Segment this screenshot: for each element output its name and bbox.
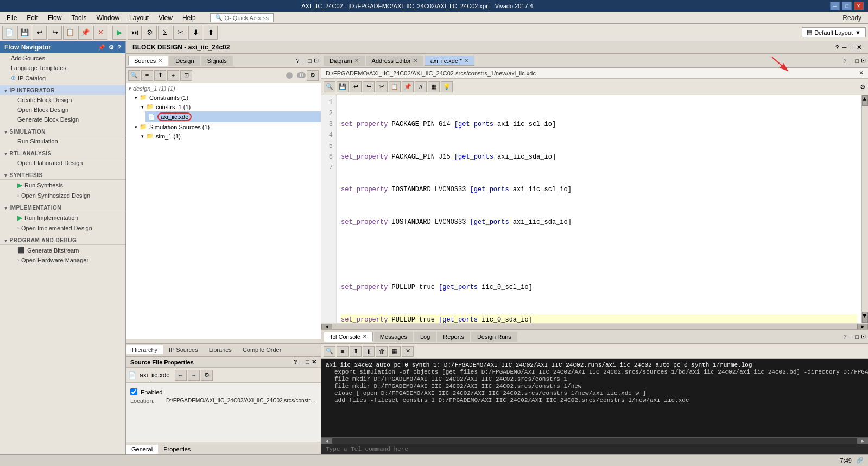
editor-redo-button[interactable]: ↪ — [363, 81, 375, 92]
editor-table-button[interactable]: ▦ — [428, 81, 440, 92]
nav-item-generate-block-design[interactable]: Generate Block Design — [0, 115, 125, 124]
nav-item-open-hardware-manager[interactable]: › Open Hardware Manager — [0, 255, 125, 265]
collapse-arrow-synthesis[interactable]: ▾ — [4, 173, 8, 178]
nav-item-open-elaborated-design[interactable]: Open Elaborated Design — [0, 158, 125, 168]
console-output[interactable]: axi_iic_24c02_auto_pc_0_synth_1: D:/FPGA… — [321, 359, 868, 437]
collapse-arrow-implementation[interactable]: ▾ — [4, 205, 8, 211]
props-minimize-icon[interactable]: ─ — [300, 358, 304, 366]
editor-undo-button[interactable]: ↩ — [350, 81, 362, 92]
copy-button[interactable]: 📋 — [63, 26, 77, 40]
close-tcl-tab-icon[interactable]: ✕ — [363, 333, 367, 339]
editor-tab-address-editor[interactable]: Address Editor ✕ — [366, 56, 423, 66]
tree-item-simulation-sources[interactable]: ▾ 📁 Simulation Sources (1) — [132, 122, 321, 131]
minimize-button[interactable]: ─ — [830, 2, 840, 10]
console-filter-button[interactable]: ≡ — [337, 346, 349, 357]
run-button[interactable]: ▶ — [112, 26, 126, 40]
save-button[interactable]: 💾 — [17, 26, 31, 40]
menu-tools[interactable]: Tools — [67, 13, 91, 23]
editor-minimize-icon[interactable]: ─ — [849, 58, 853, 64]
code-editor[interactable]: 1 2 3 4 5 6 7 set_property PACKAGE_PIN G… — [321, 95, 868, 323]
console-horizontal-scrollbar[interactable]: ◂ ▸ — [321, 437, 868, 444]
sources-settings-button[interactable]: ⚙ — [307, 70, 319, 81]
refresh-sources-button[interactable]: ⊡ — [180, 70, 192, 81]
maximize-button[interactable]: □ — [842, 2, 852, 10]
console-tab-design-runs[interactable]: Design Runs — [471, 332, 517, 342]
question-nav-icon[interactable]: ? — [117, 44, 121, 51]
tcl-command-input[interactable] — [326, 446, 864, 452]
close-button[interactable]: ✕ — [854, 2, 864, 10]
console-scroll-right[interactable]: ▸ — [857, 438, 868, 444]
close-path-icon[interactable]: ✕ — [859, 70, 864, 77]
flow-nav-scroll[interactable]: Add Sources Language Templates ⊕ IP Cata… — [0, 53, 125, 454]
collapse-arrow-simulation[interactable]: ▾ — [4, 129, 8, 135]
menu-file[interactable]: File — [2, 13, 21, 23]
menu-help[interactable]: Help — [178, 13, 200, 23]
props-sub-tab-general[interactable]: General — [126, 445, 158, 454]
expand-sim-icon[interactable]: ▾ — [135, 124, 137, 130]
nav-item-create-block-design[interactable]: Create Block Design — [0, 95, 125, 105]
nav-item-open-block-design[interactable]: Open Block Design — [0, 105, 125, 115]
editor-tab-axi-iic-xdc[interactable]: axi_iic.xdc * ✕ — [425, 56, 474, 66]
editor-maximize-icon[interactable]: □ — [855, 58, 859, 64]
box-icon[interactable]: □ — [308, 58, 312, 64]
props-close-icon[interactable]: ✕ — [312, 358, 316, 366]
pin-icon[interactable]: 📌 — [98, 44, 105, 51]
question-icon[interactable]: ? — [296, 58, 299, 64]
minimize-panel-icon[interactable]: ─ — [842, 44, 847, 51]
nav-item-run-simulation[interactable]: Run Simulation — [0, 136, 125, 146]
console-delete-button[interactable]: 🗑 — [376, 346, 388, 357]
paste-button[interactable]: 📌 — [78, 26, 92, 40]
tree-item-sim-1[interactable]: ▾ 📁 sim_1 (1) — [139, 131, 321, 141]
sub-tab-compile-order[interactable]: Compile Order — [237, 345, 287, 354]
console-tab-tcl[interactable]: Tcl Console ✕ — [324, 332, 373, 342]
editor-expand-icon[interactable]: ⊡ — [861, 57, 866, 64]
console-trash-button[interactable]: ✕ — [402, 346, 414, 357]
console-table-button[interactable]: ▦ — [389, 346, 401, 357]
editor-comment-button[interactable]: // — [415, 81, 427, 92]
new-file-button[interactable]: 📄 — [2, 26, 16, 40]
redo-button[interactable]: ↪ — [48, 26, 62, 40]
editor-cut-button[interactable]: ✂ — [376, 81, 388, 92]
props-forward-button[interactable]: → — [188, 370, 200, 381]
sources-tree[interactable]: ▾ design_1 (1) (1) ▾ 📁 Constraints (1) ▾… — [126, 83, 321, 339]
tab-signals[interactable]: Signals — [201, 56, 233, 66]
close-xdc-tab-icon[interactable]: ✕ — [464, 58, 468, 64]
filter-sources-button[interactable]: ≡ — [141, 70, 153, 81]
editor-search-button[interactable]: 🔍 — [324, 81, 335, 92]
editor-vertical-scrollbar[interactable]: ▲ ▼ — [861, 95, 868, 323]
search-sources-button[interactable]: 🔍 — [128, 70, 140, 81]
console-question-icon[interactable]: ? — [843, 333, 846, 340]
sub-tab-ip-sources[interactable]: IP Sources — [163, 345, 204, 354]
editor-copy-button[interactable]: 📋 — [389, 81, 401, 92]
editor-tab-diagram[interactable]: Diagram ✕ — [324, 56, 365, 66]
settings-button[interactable]: ⚙ — [143, 26, 157, 40]
nav-item-language-templates[interactable]: Language Templates — [0, 63, 125, 73]
editor-horizontal-scrollbar[interactable]: ◂ ▸ — [321, 323, 868, 329]
tree-item-axi-iic-xdc[interactable]: 📄 axi_iic.xdc — [145, 111, 321, 122]
props-question-icon[interactable]: ? — [294, 358, 297, 366]
maximize-panel-icon[interactable]: □ — [850, 44, 853, 51]
menu-flow[interactable]: Flow — [43, 13, 66, 23]
collapse-arrow-ip-integrator[interactable]: ▾ — [4, 88, 8, 93]
editor-save-button[interactable]: 💾 — [337, 81, 349, 92]
nav-item-run-implementation[interactable]: ▶ Run Implementation — [0, 212, 125, 223]
undo-button[interactable]: ↩ — [33, 26, 47, 40]
sub-tab-libraries[interactable]: Libraries — [204, 345, 237, 354]
nav-item-open-implemented-design[interactable]: › Open Implemented Design — [0, 223, 125, 233]
console-tab-messages[interactable]: Messages — [374, 332, 413, 342]
minus-icon[interactable]: ─ — [302, 58, 306, 64]
props-settings-button[interactable]: ⚙ — [201, 370, 213, 381]
nav-item-generate-bitstream[interactable]: ⬛ Generate Bitstream — [0, 245, 125, 255]
console-expand-icon[interactable]: ⊡ — [861, 333, 866, 340]
expand-hardware-icon[interactable]: › — [17, 257, 19, 263]
close-address-tab-icon[interactable]: ✕ — [413, 58, 417, 64]
cut-button[interactable]: ✂ — [173, 26, 187, 40]
nav-item-run-synthesis[interactable]: ▶ Run Synthesis — [0, 180, 125, 191]
horizontal-scrollbar-sources[interactable] — [126, 339, 321, 343]
collapse-arrow-program[interactable]: ▾ — [4, 238, 8, 243]
close-diagram-tab-icon[interactable]: ✕ — [354, 58, 359, 64]
menu-view[interactable]: View — [154, 13, 177, 23]
nav-item-add-sources[interactable]: Add Sources — [0, 53, 125, 63]
props-back-button[interactable]: ← — [175, 370, 187, 381]
editor-lightbulb-button[interactable]: 💡 — [441, 81, 453, 92]
